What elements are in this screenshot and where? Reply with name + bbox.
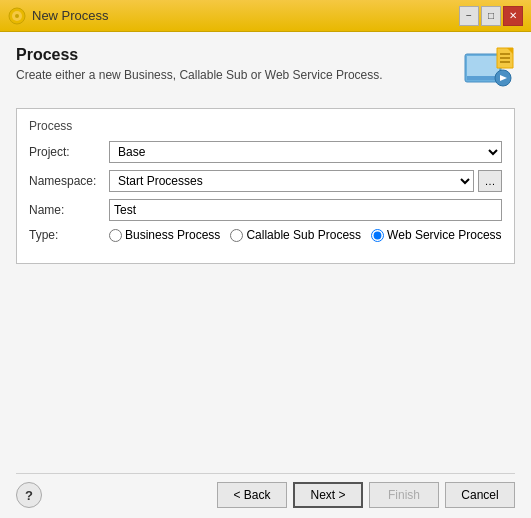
- namespace-label: Namespace:: [29, 174, 109, 188]
- radio-webservice-label: Web Service Process: [387, 228, 502, 242]
- type-label: Type:: [29, 228, 109, 242]
- radio-webservice-input[interactable]: [371, 229, 384, 242]
- radio-callable-sub[interactable]: Callable Sub Process: [230, 228, 361, 242]
- type-radio-group: Business Process Callable Sub Process We…: [109, 228, 502, 242]
- header-section: Process Create either a new Business, Ca…: [16, 46, 515, 98]
- help-button[interactable]: ?: [16, 482, 42, 508]
- name-label: Name:: [29, 203, 109, 217]
- window-title: New Process: [32, 8, 109, 23]
- header-icon: [463, 46, 515, 98]
- name-row: Name:: [29, 199, 502, 221]
- process-group-box: Process Project: Base Namespace: Start P…: [16, 108, 515, 264]
- browse-button[interactable]: …: [478, 170, 502, 192]
- radio-callable-input[interactable]: [230, 229, 243, 242]
- title-bar: New Process − □ ✕: [0, 0, 531, 32]
- project-row: Project: Base: [29, 141, 502, 163]
- group-label: Process: [29, 119, 502, 133]
- project-label: Project:: [29, 145, 109, 159]
- back-button[interactable]: < Back: [217, 482, 287, 508]
- page-subtitle: Create either a new Business, Callable S…: [16, 68, 383, 82]
- restore-button[interactable]: □: [481, 6, 501, 26]
- window-controls: − □ ✕: [459, 6, 523, 26]
- name-input[interactable]: [109, 199, 502, 221]
- minimize-button[interactable]: −: [459, 6, 479, 26]
- svg-rect-4: [467, 56, 499, 76]
- page-title: Process: [16, 46, 383, 64]
- radio-callable-label: Callable Sub Process: [246, 228, 361, 242]
- close-button[interactable]: ✕: [503, 6, 523, 26]
- namespace-row: Namespace: Start Processes …: [29, 170, 502, 192]
- radio-business-process[interactable]: Business Process: [109, 228, 220, 242]
- svg-rect-5: [467, 76, 499, 80]
- next-button[interactable]: Next >: [293, 482, 363, 508]
- project-select[interactable]: Base: [109, 141, 502, 163]
- radio-webservice[interactable]: Web Service Process: [371, 228, 502, 242]
- radio-business-input[interactable]: [109, 229, 122, 242]
- cancel-button[interactable]: Cancel: [445, 482, 515, 508]
- namespace-select[interactable]: Start Processes: [109, 170, 474, 192]
- finish-button[interactable]: Finish: [369, 482, 439, 508]
- footer: ? < Back Next > Finish Cancel: [16, 473, 515, 508]
- radio-business-label: Business Process: [125, 228, 220, 242]
- svg-point-2: [15, 14, 19, 18]
- type-row: Type: Business Process Callable Sub Proc…: [29, 228, 502, 242]
- main-content: Process Create either a new Business, Ca…: [0, 32, 531, 518]
- app-icon: [8, 7, 26, 25]
